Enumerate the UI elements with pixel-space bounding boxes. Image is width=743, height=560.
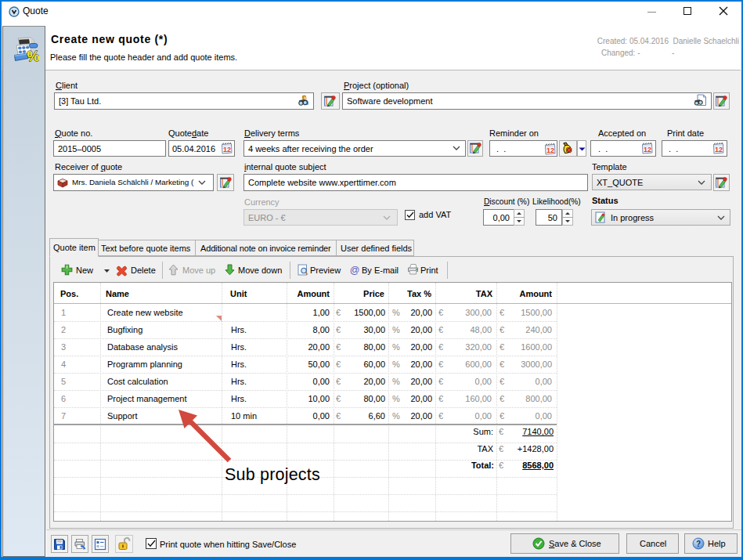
- svg-text:?: ?: [696, 540, 701, 548]
- svg-text:%: %: [27, 49, 40, 64]
- svg-text:@: @: [350, 265, 360, 276]
